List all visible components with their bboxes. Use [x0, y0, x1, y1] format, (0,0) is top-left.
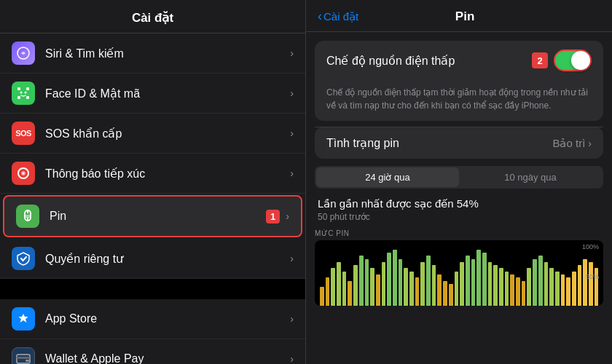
chart-bar: [583, 259, 587, 306]
privacy-icon: [12, 247, 35, 270]
chart-bar: [426, 256, 431, 306]
siri-label: Siri & Tim kiếm: [45, 47, 290, 60]
chart-bar: [404, 268, 408, 306]
notify-chevron: ›: [290, 167, 294, 179]
power-mode-toggle[interactable]: [554, 50, 592, 71]
back-label: Cài đặt: [323, 10, 358, 23]
sidebar-item-notify[interactable]: Thông báo tiếp xúc ›: [0, 154, 305, 194]
siri-chevron: ›: [290, 47, 294, 59]
privacy-chevron: ›: [290, 253, 294, 264]
sos-label: SOS khẩn cấp: [45, 127, 290, 141]
chart-bar: [482, 253, 487, 306]
settings-list: Siri & Tim kiếm › Face ID & Mật mã › SOS…: [0, 33, 305, 364]
chart-bar: [538, 256, 543, 306]
sidebar-item-pin[interactable]: Pin 1 ›: [3, 195, 302, 237]
sidebar-item-sos[interactable]: SOS SOS khẩn cấp ›: [0, 114, 305, 154]
svg-rect-4: [26, 96, 29, 99]
appstore-icon: [12, 307, 35, 331]
chart-bar: [493, 265, 498, 306]
svg-point-6: [25, 92, 27, 94]
chart-bar: [522, 281, 526, 306]
chart-bar: [370, 268, 374, 306]
pin-detail-panel: ‹ Cài đặt Pin Chế độ nguồn điện thấp 2 C…: [306, 0, 612, 364]
svg-point-9: [23, 173, 25, 175]
battery-status-section: Tình trạng pin Bảo trì ›: [315, 127, 603, 159]
chart-bar: [460, 262, 464, 306]
chart-bar: [499, 268, 503, 306]
faceid-icon: [12, 82, 35, 105]
toggle-thumb: [571, 51, 590, 70]
chart-bar: [337, 262, 341, 306]
chart-bar: [432, 265, 436, 306]
svg-point-5: [20, 92, 23, 94]
wallet-label: Wallet & Apple Pay: [45, 352, 290, 364]
chart-bar: [348, 281, 352, 306]
chart-bar: [488, 262, 493, 306]
svg-rect-3: [17, 96, 20, 99]
sidebar-item-privacy[interactable]: Quyền riêng tư ›: [0, 239, 305, 279]
time-tabs: 24 giờ qua 10 ngày qua: [315, 166, 603, 189]
pin-badge: 1: [266, 210, 280, 223]
chart-bar: [555, 272, 560, 306]
appstore-chevron: ›: [290, 313, 294, 325]
settings-panel: Cài đặt Siri & Tim kiếm › Face ID & Mật …: [0, 0, 306, 364]
chart-bar: [466, 256, 470, 306]
tab-24h[interactable]: 24 giờ qua: [316, 167, 459, 187]
chart-100-label: 100%: [582, 243, 599, 250]
power-mode-badge: 2: [532, 52, 548, 68]
battery-status-label: Tình trạng pin: [326, 136, 552, 150]
sos-icon: SOS: [12, 122, 35, 145]
sidebar-item-siri[interactable]: Siri & Tim kiếm ›: [0, 33, 305, 74]
chart-bar: [443, 281, 447, 306]
chart-bar: [359, 256, 364, 306]
battery-chart-section: MỨC PIN 100%50%: [306, 223, 612, 309]
section-divider-1: [0, 279, 305, 299]
faceid-chevron: ›: [290, 87, 294, 99]
chart-label: MỨC PIN: [315, 229, 603, 237]
chart-bar: [420, 262, 425, 306]
sidebar-item-faceid[interactable]: Face ID & Mật mã ›: [0, 74, 305, 114]
chart-bar: [527, 268, 531, 306]
chart-bar: [365, 259, 369, 306]
battery-status-row[interactable]: Tình trạng pin Bảo trì ›: [315, 127, 603, 159]
chart-bar: [331, 268, 335, 306]
chart-50-label: 50%: [586, 273, 599, 280]
chart-bar: [572, 272, 576, 306]
sos-text: SOS: [15, 129, 31, 138]
chart-bar: [393, 250, 397, 306]
chart-bar: [376, 274, 380, 306]
faceid-label: Face ID & Mật mã: [45, 87, 290, 100]
chart-bar: [471, 259, 476, 306]
power-mode-desc: Chế độ nguồn điện thấp tạm thời giảm hoạ…: [315, 80, 603, 121]
sidebar-item-appstore[interactable]: App Store ›: [0, 299, 305, 339]
power-mode-section: Chế độ nguồn điện thấp 2 Chế độ nguồn đi…: [315, 41, 603, 121]
sidebar-item-wallet[interactable]: Wallet & Apple Pay ›: [0, 339, 305, 364]
chart-bar: [455, 272, 459, 306]
pin-content: Chế độ nguồn điện thấp 2 Chế độ nguồn đi…: [306, 32, 612, 364]
battery-status-value: Bảo trì: [552, 137, 585, 150]
chart-bar: [353, 265, 358, 306]
chart-bar: [320, 287, 324, 306]
back-button[interactable]: ‹ Cài đặt: [318, 9, 358, 24]
chart-bar: [326, 277, 330, 306]
chart-bar: [533, 259, 537, 306]
chart-bar: [589, 262, 593, 306]
notify-icon: [12, 162, 35, 185]
last-charged-title: Lần gần nhất được sạc đến 54%: [318, 197, 600, 210]
chart-bar: [437, 274, 442, 306]
chart-bar: [387, 253, 391, 306]
back-chevron-icon: ‹: [318, 9, 322, 24]
tab-10d[interactable]: 10 ngày qua: [459, 167, 602, 187]
chart-bar: [566, 277, 570, 306]
siri-icon: [12, 41, 35, 65]
chart-bar: [476, 250, 481, 306]
last-charged-sub: 50 phút trước: [318, 212, 600, 222]
pin-header: ‹ Cài đặt Pin: [306, 0, 612, 32]
wallet-icon: [12, 347, 35, 364]
chart-bar: [544, 262, 549, 306]
svg-rect-2: [26, 87, 29, 90]
power-mode-row: Chế độ nguồn điện thấp 2: [315, 41, 603, 80]
appstore-label: App Store: [45, 312, 290, 325]
settings-header: Cài đặt: [0, 0, 305, 33]
pin-chevron: ›: [286, 210, 289, 222]
